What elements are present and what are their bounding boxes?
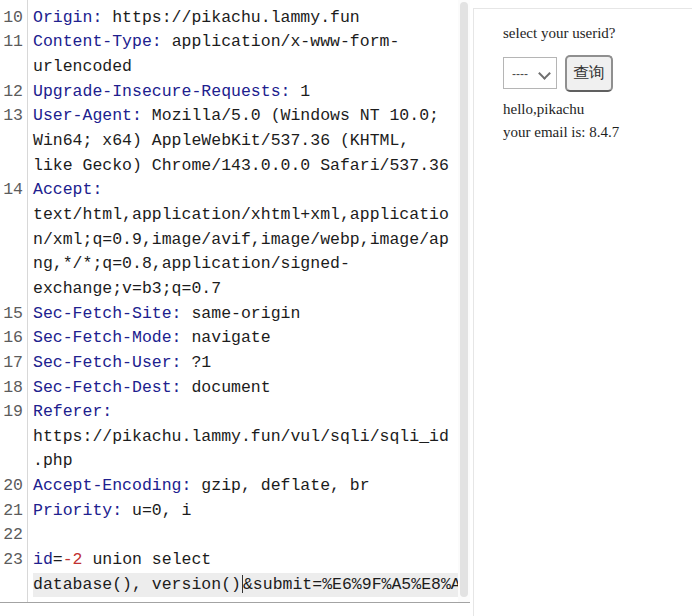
header-name: Accept:: [33, 180, 102, 199]
line-text-wrap: id=-2 union select: [33, 548, 458, 573]
request-editor[interactable]: 9Accept-Language: zh-CN,zh;q=0.910Origin…: [0, 0, 470, 603]
plain-text: https://pikachu.lammy.fun: [102, 8, 359, 27]
header-name: Origin:: [33, 8, 102, 27]
plain-text: database(), version(): [33, 575, 241, 594]
request-line: 23id=-2 union select: [0, 548, 458, 573]
plain-text: 1: [290, 82, 310, 101]
line-number: 16: [0, 326, 27, 351]
line-text-wrap: Accept-Encoding: gzip, deflate, br: [33, 474, 458, 499]
line-number: 22: [0, 523, 27, 548]
line-text: Sec-Fetch-Mode: navigate: [33, 326, 449, 351]
plain-text: u=0, i: [122, 501, 191, 520]
line-number: [0, 597, 27, 603]
line-number: 13: [0, 104, 27, 178]
email-text: your email is: 8.4.7: [503, 124, 692, 141]
line-text: F%A2: [33, 597, 458, 603]
plain-text: same-origin: [182, 304, 301, 323]
plain-text: zh-CN,zh;q=0.9: [191, 0, 340, 2]
header-name: Accept-Encoding:: [33, 476, 191, 495]
userid-select-value: ----: [512, 67, 528, 81]
request-lines: 9Accept-Language: zh-CN,zh;q=0.910Origin…: [0, 0, 470, 603]
header-name: id: [33, 550, 53, 569]
line-text-wrap: F%A2: [33, 597, 458, 603]
line-number: 14: [0, 178, 27, 301]
line-text: Content-Type: application/x-www-form-url…: [33, 30, 449, 79]
editor-scrollbar[interactable]: [458, 0, 470, 602]
header-name: User-Agent:: [33, 106, 142, 125]
request-line: 12Upgrade-Insecure-Requests: 1: [0, 80, 458, 105]
line-text-wrap: User-Agent: Mozilla/5.0 (Windows NT 10.0…: [33, 104, 458, 178]
userid-question: select your userid?: [503, 25, 692, 42]
repeater-screen: { "editor": { "lines": [ {"num":"9","par…: [0, 0, 692, 616]
request-line: 22: [0, 523, 458, 548]
plain-text: F%A2: [33, 599, 73, 603]
line-text: id=-2 union select: [33, 548, 458, 573]
line-text: User-Agent: Mozilla/5.0 (Windows NT 10.0…: [33, 104, 449, 178]
request-line: F%A2: [0, 597, 458, 603]
line-text: Origin: https://pikachu.lammy.fun: [33, 6, 449, 31]
plain-text: &submit=%E6%9F%A5%E8%A: [243, 575, 461, 594]
line-number: 18: [0, 376, 27, 401]
userid-select[interactable]: ----: [503, 57, 557, 89]
line-text-wrap: Sec-Fetch-Dest: document: [33, 376, 458, 401]
plain-text: gzip, deflate, br: [191, 476, 369, 495]
line-number: 20: [0, 474, 27, 499]
scrollbar-thumb[interactable]: [460, 2, 468, 597]
line-text-wrap: Sec-Fetch-Site: same-origin: [33, 302, 458, 327]
hello-text: hello,pikachu: [503, 101, 692, 118]
request-line: 18Sec-Fetch-Dest: document: [0, 376, 458, 401]
header-name: Priority:: [33, 501, 122, 520]
header-name: Sec-Fetch-Site:: [33, 304, 182, 323]
request-line: 13User-Agent: Mozilla/5.0 (Windows NT 10…: [0, 104, 458, 178]
header-name: Sec-Fetch-Dest:: [33, 378, 182, 397]
line-text: Sec-Fetch-User: ?1: [33, 351, 449, 376]
line-number: 10: [0, 6, 27, 31]
response-content: select your userid? ---- 查询 hello,pikach…: [474, 9, 692, 141]
line-text: database(), version()&submit=%E6%9F%A5%E…: [33, 573, 461, 598]
line-text: Priority: u=0, i: [33, 499, 449, 524]
request-line: 11Content-Type: application/x-www-form-u…: [0, 30, 458, 79]
plain-text: union select: [83, 550, 212, 569]
line-text-wrap: Priority: u=0, i: [33, 499, 458, 524]
request-line: database(), version()&submit=%E6%9F%A5%E…: [0, 573, 458, 598]
line-number: 11: [0, 30, 27, 79]
line-number: 23: [0, 548, 27, 573]
line-number: 21: [0, 499, 27, 524]
header-name: Sec-Fetch-User:: [33, 353, 182, 372]
plain-text: document: [182, 378, 271, 397]
line-text-wrap: Referer: https://pikachu.lammy.fun/vul/s…: [33, 400, 458, 474]
request-line: 20Accept-Encoding: gzip, deflate, br: [0, 474, 458, 499]
caret-line-highlight: database(), version()&submit=%E6%9F%A5%E…: [33, 573, 461, 598]
request-line: 17Sec-Fetch-User: ?1: [0, 351, 458, 376]
request-line: 14Accept: text/html,application/xhtml+xm…: [0, 178, 458, 301]
line-number: 15: [0, 302, 27, 327]
line-text-wrap: Sec-Fetch-User: ?1: [33, 351, 458, 376]
header-name: Content-Type:: [33, 32, 162, 51]
line-number: 17: [0, 351, 27, 376]
request-line: 21Priority: u=0, i: [0, 499, 458, 524]
response-preview: select your userid? ---- 查询 hello,pikach…: [474, 9, 692, 616]
line-number: 19: [0, 400, 27, 474]
header-name: Referer:: [33, 402, 112, 421]
line-text: Accept: text/html,application/xhtml+xml,…: [33, 178, 449, 301]
line-text-wrap: Upgrade-Insecure-Requests: 1: [33, 80, 458, 105]
line-text: Accept-Encoding: gzip, deflate, br: [33, 474, 449, 499]
line-number: [0, 573, 27, 598]
line-text-wrap: Accept: text/html,application/xhtml+xml,…: [33, 178, 458, 301]
line-text-wrap: Sec-Fetch-Mode: navigate: [33, 326, 458, 351]
line-text-wrap: [33, 523, 458, 548]
header-name: Upgrade-Insecure-Requests:: [33, 82, 290, 101]
plain-text: navigate: [182, 328, 271, 347]
plain-text: ?1: [182, 353, 212, 372]
request-line: 16Sec-Fetch-Mode: navigate: [0, 326, 458, 351]
line-number: 12: [0, 80, 27, 105]
request-line: 15Sec-Fetch-Site: same-origin: [0, 302, 458, 327]
chevron-down-icon: [538, 67, 551, 80]
line-text-wrap: Origin: https://pikachu.lammy.fun: [33, 6, 458, 31]
request-line: 19Referer: https://pikachu.lammy.fun/vul…: [0, 400, 458, 474]
line-text: Sec-Fetch-Dest: document: [33, 376, 449, 401]
query-button[interactable]: 查询: [565, 55, 613, 92]
line-text: Upgrade-Insecure-Requests: 1: [33, 80, 449, 105]
plain-text: =: [53, 550, 63, 569]
header-name: Sec-Fetch-Mode:: [33, 328, 182, 347]
